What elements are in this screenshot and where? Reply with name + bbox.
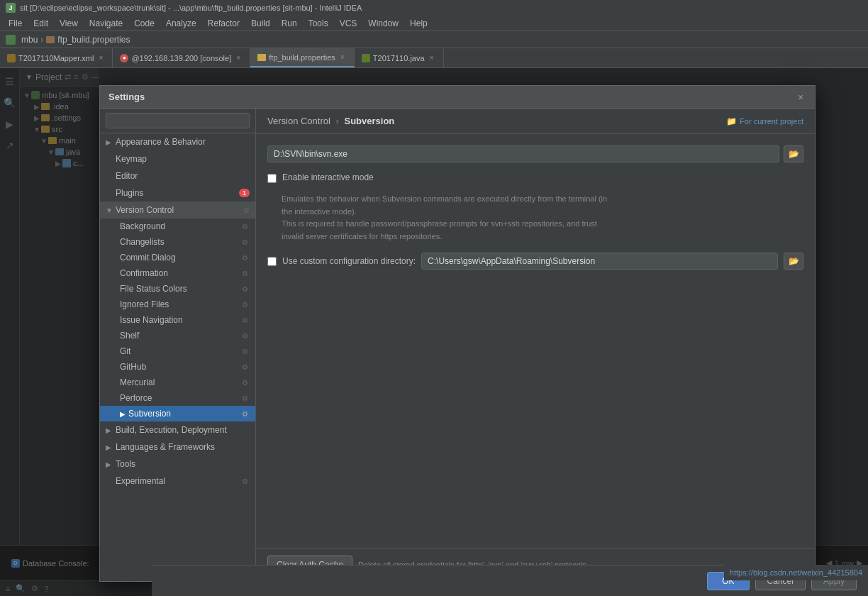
menu-navigate[interactable]: Navigate xyxy=(84,17,128,30)
custom-dir-checkbox[interactable] xyxy=(267,257,277,266)
plugins-badge: 1 xyxy=(239,189,250,197)
breadcrumb-project[interactable]: mbu xyxy=(21,35,38,45)
settings-mini-icon: ⚙ xyxy=(240,362,250,372)
nav-commit-dialog[interactable]: Commit Dialog ⚙ xyxy=(100,250,255,265)
nav-build[interactable]: ▶ Build, Execution, Deployment xyxy=(100,421,255,438)
menu-edit[interactable]: Edit xyxy=(28,17,54,30)
menu-code[interactable]: Code xyxy=(128,17,160,30)
nav-arrow-appearance: ▶ xyxy=(106,138,116,146)
nav-appearance[interactable]: ▶ Appearance & Behavior xyxy=(100,133,255,150)
nav-changelists[interactable]: Changelists ⚙ xyxy=(100,234,255,250)
nav-shelf[interactable]: Shelf ⚙ xyxy=(100,328,255,343)
dialog-body: ▶ Appearance & Behavior Keymap Editor Pl xyxy=(100,109,815,581)
menu-window[interactable]: Window xyxy=(362,17,404,30)
tab-label-mapper: T2017110Mapper.xml xyxy=(18,54,94,62)
dialog-title-bar: Settings × xyxy=(100,86,815,109)
nav-experimental[interactable]: Experimental ⚙ xyxy=(100,473,255,490)
nav-file-status-colors[interactable]: File Status Colors ⚙ xyxy=(100,281,255,297)
project-icon: 📁 xyxy=(726,116,737,126)
menu-help[interactable]: Help xyxy=(404,17,433,30)
nav-languages[interactable]: ▶ Languages & Frameworks xyxy=(100,438,255,456)
menu-run[interactable]: Run xyxy=(276,17,303,30)
nav-label: Issue Navigation xyxy=(120,315,183,325)
java-icon xyxy=(362,54,370,62)
nav-git[interactable]: Git ⚙ xyxy=(100,343,255,359)
nav-keymap[interactable]: Keymap xyxy=(100,150,255,167)
nav-arrow-build: ▶ xyxy=(106,426,116,434)
nav-subversion[interactable]: ▶ Subversion ⚙ xyxy=(100,406,255,421)
menu-analyze[interactable]: Analyze xyxy=(160,17,202,30)
custom-dir-browse-button[interactable]: 📂 xyxy=(784,253,803,270)
nav-label: GitHub xyxy=(120,362,146,372)
dialog-title: Settings xyxy=(108,92,145,102)
nav-label-appearance: Appearance & Behavior xyxy=(116,137,206,147)
nav-label: Mercurial xyxy=(120,377,155,387)
menu-build[interactable]: Build xyxy=(245,17,276,30)
nav-tree: ▶ Appearance & Behavior Keymap Editor Pl xyxy=(100,133,255,581)
enable-interactive-checkbox[interactable] xyxy=(267,174,277,183)
nav-issue-navigation[interactable]: Issue Navigation ⚙ xyxy=(100,312,255,328)
menu-bar: File Edit View Navigate Code Analyze Ref… xyxy=(0,16,868,31)
nav-plugins[interactable]: Plugins 1 xyxy=(100,184,255,202)
tab-label-console: @192.168.139.200 [console] xyxy=(131,54,231,62)
tab-mapper[interactable]: T2017110Mapper.xml × xyxy=(0,48,113,67)
interactive-description: Emulates the behavior when Subversion co… xyxy=(282,193,803,243)
tab-properties[interactable]: ftp_build.properties × xyxy=(250,48,355,67)
settings-mini-icon: ⚙ xyxy=(240,237,250,247)
menu-vcs[interactable]: VCS xyxy=(334,17,363,30)
settings-search-input[interactable] xyxy=(106,113,250,128)
settings-mini-icon: ⚙ xyxy=(240,393,250,403)
nav-label-editor: Editor xyxy=(116,171,138,181)
custom-dir-input[interactable] xyxy=(421,253,778,270)
menu-file[interactable]: File xyxy=(3,17,28,30)
settings-mini-icon: ⚙ xyxy=(240,377,250,387)
nav-arrow-subversion: ▶ xyxy=(120,410,126,418)
svn-path-input[interactable] xyxy=(267,145,779,162)
enable-interactive-row: Enable interactive mode xyxy=(267,172,803,183)
settings-mini-icon: ⚙ xyxy=(240,315,250,325)
nav-label: File Status Colors xyxy=(120,284,187,294)
nav-tools[interactable]: ▶ Tools xyxy=(100,456,255,473)
settings-mini-icon: ⚙ xyxy=(240,409,250,419)
app-icon: J xyxy=(6,3,16,13)
tab-console[interactable]: ● @192.168.139.200 [console] × xyxy=(113,48,250,67)
settings-dialog: Settings × ▶ Appearance & Behavior Keyma… xyxy=(99,85,816,582)
nav-confirmation[interactable]: Confirmation ⚙ xyxy=(100,265,255,281)
svn-browse-button[interactable]: 📂 xyxy=(784,145,803,162)
nav-vcs[interactable]: ▼ Version Control ⚙ xyxy=(100,202,255,219)
nav-label: Git xyxy=(120,346,130,356)
breadcrumb: mbu › ftp_build.properties xyxy=(0,31,868,48)
nav-label: Shelf xyxy=(120,331,139,341)
tab-close-properties[interactable]: × xyxy=(338,53,347,62)
breadcrumb-current: Subversion xyxy=(344,116,394,126)
nav-github[interactable]: GitHub ⚙ xyxy=(100,359,255,375)
enable-interactive-label[interactable]: Enable interactive mode xyxy=(282,172,374,182)
menu-view[interactable]: View xyxy=(54,17,84,30)
settings-content-header: Version Control › Subversion 📁 For curre… xyxy=(256,109,815,134)
tab-java[interactable]: T2017110.java × xyxy=(355,48,444,67)
tab-bar: T2017110Mapper.xml × ● @192.168.139.200 … xyxy=(0,48,868,68)
nav-mercurial[interactable]: Mercurial ⚙ xyxy=(100,375,255,390)
console-icon: ● xyxy=(120,54,128,62)
nav-perforce[interactable]: Perforce ⚙ xyxy=(100,390,255,406)
tab-close-console[interactable]: × xyxy=(234,54,243,62)
menu-refactor[interactable]: Refactor xyxy=(202,17,245,30)
nav-label-keymap: Keymap xyxy=(116,154,147,164)
nav-ignored-files[interactable]: Ignored Files ⚙ xyxy=(100,297,255,312)
folder-icon xyxy=(6,35,16,45)
breadcrumb-file[interactable]: ftp_build.properties xyxy=(57,35,130,45)
nav-editor[interactable]: Editor xyxy=(100,167,255,184)
nav-label-vcs: Version Control xyxy=(116,205,174,215)
nav-label-plugins: Plugins xyxy=(116,188,143,198)
browse-icon: 📂 xyxy=(789,149,799,159)
dialog-close-button[interactable]: × xyxy=(795,92,806,103)
custom-dir-label[interactable]: Use custom configuration directory: xyxy=(282,256,416,266)
settings-mini-icon: ⚙ xyxy=(240,299,250,309)
nav-background[interactable]: Background ⚙ xyxy=(100,219,255,234)
desc-line4: invalid server certificates for https re… xyxy=(282,232,442,241)
settings-mini-icon: ⚙ xyxy=(240,331,250,341)
tab-icon-mapper xyxy=(7,54,16,62)
tab-close-java[interactable]: × xyxy=(428,54,436,62)
menu-tools[interactable]: Tools xyxy=(303,17,334,30)
tab-close-mapper[interactable]: × xyxy=(96,54,105,62)
